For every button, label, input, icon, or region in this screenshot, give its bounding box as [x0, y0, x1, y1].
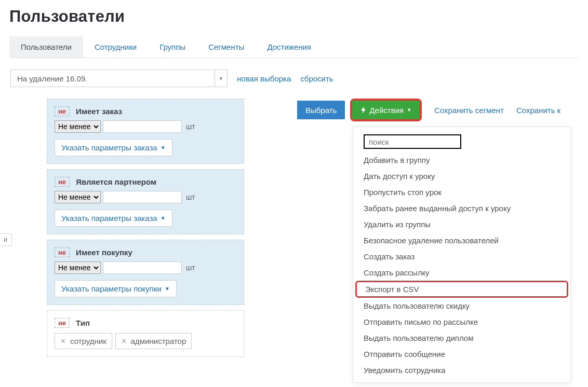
saved-filter-select[interactable]: На удаление 16.09. ▼ [10, 70, 228, 87]
action-safe-delete-users[interactable]: Безопасное удаление пользователей [353, 232, 570, 248]
bolt-icon [360, 106, 366, 114]
quantity-input[interactable] [103, 261, 182, 274]
action-send-message[interactable]: Отправить сообщение [353, 346, 570, 362]
tab-employees[interactable]: Сотрудники [83, 36, 148, 58]
actions-bar: Выбрать Действия ▼ Сохранить сегмент Сох… [297, 99, 579, 121]
filter-card: не Является партнером Не менее шт Указат… [47, 169, 244, 234]
action-create-mailing[interactable]: Создать рассылку [353, 265, 570, 281]
dropdown-search-input[interactable] [364, 134, 461, 149]
action-grant-lesson-access[interactable]: Дать доступ к уроку [353, 168, 570, 184]
quantity-input[interactable] [103, 191, 182, 203]
tab-segments[interactable]: Сегменты [197, 36, 256, 58]
not-toggle[interactable]: не [55, 106, 70, 116]
unit-label: шт [186, 264, 195, 272]
unit-label: шт [186, 193, 195, 201]
chevron-down-icon: ▼ [161, 145, 166, 150]
tab-achievements[interactable]: Достижения [256, 36, 323, 58]
condition-title: Является партнером [76, 177, 156, 186]
action-grant-diploma[interactable]: Выдать пользователю диплом [353, 330, 570, 346]
condition-title: Имеет заказ [76, 107, 122, 116]
action-notify-employee[interactable]: Уведомить сотрудника [353, 362, 570, 378]
actions-dropdown: Добавить в группу Дать доступ к уроку Пр… [353, 127, 571, 383]
filter-card: не Тип ✕сотрудник ✕администратор [47, 310, 244, 357]
new-selection-link[interactable]: новая выборка [237, 74, 291, 83]
close-icon[interactable]: ✕ [121, 337, 127, 345]
comparison-select[interactable]: Не менее [55, 261, 101, 274]
action-grant-discount[interactable]: Выдать пользователю скидку [353, 298, 570, 314]
order-params-button[interactable]: Указать параметры заказа▼ [55, 139, 172, 156]
quantity-input[interactable] [103, 120, 182, 133]
page-title: Пользователи [9, 7, 579, 26]
action-revoke-lesson-access[interactable]: Забрать ранее выданный доступ к уроку [353, 200, 570, 216]
chevron-down-icon: ▼ [407, 107, 411, 113]
save-segment-link[interactable]: Сохранить сегмент [434, 106, 504, 115]
chevron-down-icon: ▼ [161, 215, 166, 221]
action-skip-stop-lesson[interactable]: Пропустить стоп урок [353, 184, 570, 200]
and-operator-pill: и [0, 233, 12, 246]
tab-users[interactable]: Пользователи [9, 36, 83, 58]
action-create-order[interactable]: Создать заказ [353, 248, 570, 265]
not-toggle[interactable]: не [55, 318, 70, 328]
action-send-mailing-letter[interactable]: Отправить письмо по рассылке [353, 314, 570, 330]
select-button[interactable]: Выбрать [297, 101, 345, 119]
action-add-to-group[interactable]: Добавить в группу [353, 152, 570, 168]
actions-dropdown-button[interactable]: Действия ▼ [352, 101, 420, 119]
close-icon[interactable]: ✕ [60, 337, 66, 345]
filter-bar: На удаление 16.09. ▼ новая выборка сброс… [9, 58, 579, 99]
tag-admin[interactable]: ✕администратор [115, 333, 192, 349]
filter-card: не Имеет заказ Не менее шт Указать парам… [47, 99, 244, 164]
unit-label: шт [186, 122, 195, 131]
comparison-select[interactable]: Не менее [55, 191, 101, 203]
action-remove-from-group[interactable]: Удалить из группы [353, 216, 570, 232]
highlight-actions: Действия ▼ [350, 99, 422, 121]
action-export-csv[interactable]: Экспорт в CSV [355, 281, 568, 298]
tabs: Пользователи Сотрудники Группы Сегменты … [9, 36, 579, 58]
chevron-down-icon: ▼ [215, 70, 227, 87]
order-params-button[interactable]: Указать параметры заказа▼ [55, 210, 172, 227]
not-toggle[interactable]: не [55, 247, 70, 257]
purchase-params-button[interactable]: Указать параметры покупки▼ [55, 280, 177, 297]
comparison-select[interactable]: Не менее [55, 120, 101, 133]
saved-filter-value: На удаление 16.09. [11, 74, 215, 83]
chevron-down-icon: ▼ [165, 286, 170, 292]
tag-employee[interactable]: ✕сотрудник [55, 333, 112, 349]
save-next-link[interactable]: Сохранить к [516, 106, 560, 115]
not-toggle[interactable]: не [55, 177, 70, 187]
reset-link[interactable]: сбросить [300, 74, 333, 83]
condition-title: Имеет покупку [76, 248, 132, 257]
condition-title: Тип [76, 319, 90, 327]
filter-card: не Имеет покупку Не менее шт Указать пар… [47, 240, 244, 305]
tab-groups[interactable]: Группы [148, 36, 197, 58]
